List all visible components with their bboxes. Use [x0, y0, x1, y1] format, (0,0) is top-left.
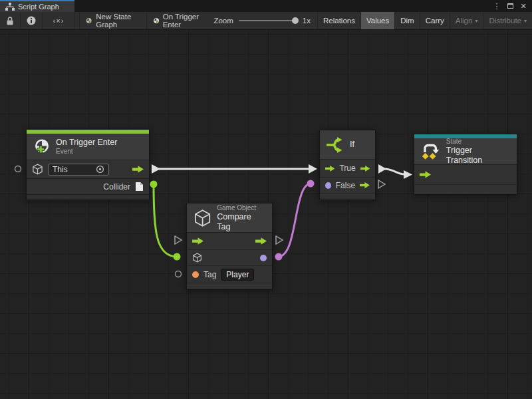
true-output-port[interactable] [360, 165, 370, 172]
boolean-output-port[interactable] [260, 255, 267, 261]
node-subtitle: Event [56, 148, 117, 156]
false-output-port[interactable] [360, 182, 370, 189]
node-footer [187, 283, 272, 289]
tab-title: Script Graph [18, 3, 59, 11]
lock-button[interactable] [0, 12, 21, 29]
node-title: If [350, 140, 354, 149]
false-port-row: False [320, 178, 375, 194]
control-output-port[interactable] [255, 237, 267, 245]
title-bar: Script Graph ⋮ ✕ [0, 0, 532, 12]
current-event-label: On Trigger Enter [163, 13, 201, 29]
target-value: This [53, 165, 68, 174]
node-footer [414, 185, 517, 194]
game-object-icon [32, 164, 43, 175]
node-header: If [320, 130, 375, 160]
control-port-row [187, 233, 272, 250]
code-icon: ‹×› [53, 17, 65, 25]
tag-input-port[interactable] [192, 271, 199, 278]
toolbar-divider [142, 12, 146, 29]
info-icon [27, 16, 36, 25]
unconnected-control-out-port[interactable] [276, 236, 283, 244]
node-if[interactable]: If True False [319, 130, 376, 200]
new-state-graph-button[interactable]: New State Graph [80, 12, 142, 29]
node-title: Compare Tag [217, 212, 265, 231]
false-port-label: False [336, 181, 355, 190]
chevron-down-icon: ▾ [475, 18, 477, 24]
true-port-label: True [339, 164, 355, 173]
node-footer [320, 194, 375, 200]
relations-toggle[interactable]: Relations [317, 12, 360, 29]
maximize-icon [507, 3, 513, 9]
wire-value-collider-to-comparetag[interactable] [150, 181, 181, 261]
control-output-port[interactable] [132, 166, 144, 173]
event-icon [33, 138, 51, 156]
unconnected-tag-port[interactable] [176, 271, 182, 277]
true-port-row: True [320, 160, 375, 178]
window-controls: ⋮ ✕ [491, 0, 532, 12]
state-graph-icon [86, 16, 92, 26]
node-title: Trigger Transition [446, 146, 510, 165]
zoom-slider[interactable] [239, 20, 297, 21]
tag-value-field[interactable]: Player [221, 269, 254, 281]
node-title: On Trigger Enter [56, 138, 117, 147]
node-footer [27, 195, 149, 200]
graph-toolbar: ‹×› New State Graph On Trigger Enter Zoo… [0, 12, 532, 30]
lock-icon [6, 17, 14, 25]
toolbar-divider [75, 12, 80, 29]
window-menu-button[interactable]: ⋮ [491, 1, 502, 11]
tag-port-label: Tag [203, 270, 216, 279]
values-toggle[interactable]: Values [360, 12, 394, 29]
control-input-port[interactable] [325, 165, 334, 172]
tab-script-graph[interactable]: Script Graph [0, 0, 74, 12]
collider-value-icon[interactable] [135, 182, 144, 192]
control-port-row [414, 165, 517, 185]
wire-value-comparetag-to-if[interactable] [275, 180, 315, 261]
gameobject-port-row [187, 250, 272, 266]
new-state-graph-label: New State Graph [96, 13, 136, 29]
node-on-trigger-enter[interactable]: On Trigger Enter Event This [26, 129, 150, 200]
node-header: On Trigger Enter Event [27, 134, 149, 160]
zoom-slider-handle[interactable] [292, 17, 299, 24]
node-compare-tag[interactable]: Game Object Compare Tag [186, 203, 273, 290]
tag-port-row: Tag Player [187, 266, 272, 283]
target-port-row: This [27, 160, 149, 179]
zoom-value: 1x [303, 17, 311, 25]
graph-icon [5, 3, 15, 11]
chevron-down-icon: ▾ [524, 18, 527, 24]
state-transition-icon [421, 142, 441, 160]
node-header: State Trigger Transition [414, 138, 517, 165]
node-trigger-transition[interactable]: State Trigger Transition [414, 134, 517, 195]
graph-canvas[interactable]: On Trigger Enter Event This [0, 30, 532, 399]
close-button[interactable]: ✕ [518, 1, 529, 11]
script-graph-window: Script Graph ⋮ ✕ ‹×› [0, 0, 532, 399]
condition-input-port[interactable] [325, 182, 331, 189]
control-input-port[interactable] [192, 237, 203, 245]
dim-toggle[interactable]: Dim [394, 12, 419, 29]
unconnected-target-port[interactable] [15, 166, 21, 172]
branch-icon [327, 136, 344, 154]
wire-control-ote-to-if[interactable] [152, 164, 317, 174]
toolbar-toggles: Relations Values Dim Carry Align▾ Distri… [317, 12, 532, 29]
carry-toggle[interactable]: Carry [420, 12, 450, 29]
unconnected-false-out-port[interactable] [378, 180, 385, 188]
object-picker-icon[interactable] [96, 165, 104, 174]
maximize-button[interactable] [505, 1, 515, 11]
collider-port-label: Collider [103, 182, 130, 192]
target-field[interactable]: This [48, 164, 109, 176]
info-button[interactable] [21, 12, 43, 29]
unconnected-control-in-port[interactable] [175, 236, 182, 244]
zoom-label: Zoom [213, 17, 233, 25]
wire-control-if-to-transition[interactable] [378, 164, 412, 179]
align-dropdown[interactable]: Align▾ [450, 12, 483, 29]
node-header: Game Object Compare Tag [187, 203, 272, 233]
node-category: State [446, 138, 510, 146]
game-object-input-port[interactable] [192, 253, 202, 263]
control-input-port[interactable] [420, 171, 431, 178]
code-preview-button[interactable]: ‹×› [43, 12, 75, 29]
collider-port-row: Collider [27, 179, 149, 195]
game-object-icon [194, 209, 211, 227]
distribute-dropdown[interactable]: Distribute▾ [483, 12, 532, 29]
zoom-control: Zoom 1x [207, 12, 317, 29]
node-category: Game Object [217, 204, 265, 212]
current-event-breadcrumb[interactable]: On Trigger Enter [147, 12, 207, 29]
